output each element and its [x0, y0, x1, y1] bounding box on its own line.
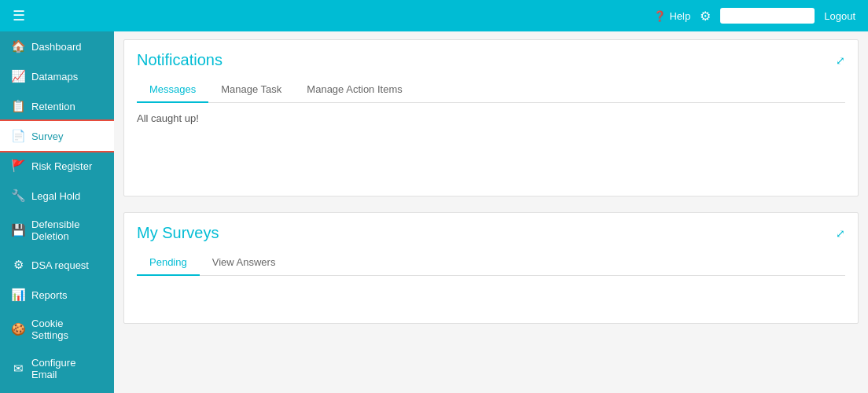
sidebar-item-dashboard[interactable]: 🏠 Dashboard [0, 31, 114, 61]
sidebar-item-dsa-request[interactable]: ⚙ DSA request [0, 250, 114, 280]
hamburger-icon[interactable]: ☰ [13, 7, 25, 24]
sidebar-item-cookie-settings[interactable]: 🍪 Cookie Settings [0, 310, 114, 349]
retention-icon: 📋 [11, 99, 25, 113]
main-layout: 🏠 Dashboard 📈 Datamaps 📋 Retention 📄 Sur… [0, 31, 868, 393]
help-button[interactable]: ❓ Help [653, 10, 690, 22]
sidebar-item-reports[interactable]: 📊 Reports [0, 280, 114, 310]
sidebar-label-cookie-settings: Cookie Settings [31, 318, 103, 341]
cookie-settings-icon: 🍪 [11, 322, 25, 336]
surveys-expand-icon[interactable]: ⤢ [836, 227, 845, 240]
sidebar-item-datamaps[interactable]: 📈 Datamaps [0, 61, 114, 91]
sidebar-label-survey: Survey [31, 130, 63, 142]
gear-icon[interactable]: ⚙ [700, 9, 711, 24]
sidebar-item-survey[interactable]: 📄 Survey [0, 121, 114, 151]
sidebar-label-reports: Reports [31, 289, 68, 301]
top-header: ☰ ❓ Help ⚙ Logout [0, 0, 868, 31]
tab-view-answers[interactable]: View Answers [200, 250, 289, 276]
sidebar-item-defensible-deletion[interactable]: 💾 Defensible Deletion [0, 211, 114, 250]
sidebar-item-upload[interactable]: ⬆ Upload [0, 388, 114, 393]
sidebar-label-retention: Retention [31, 101, 75, 112]
sidebar: 🏠 Dashboard 📈 Datamaps 📋 Retention 📄 Sur… [0, 31, 114, 393]
sidebar-item-legal-hold[interactable]: 🔧 Legal Hold [0, 181, 114, 211]
expand-icon[interactable]: ⤢ [836, 54, 845, 67]
home-icon: 🏠 [11, 39, 25, 53]
sidebar-label-dsa-request: DSA request [31, 259, 89, 271]
header-right: ❓ Help ⚙ Logout [653, 8, 855, 24]
sidebar-label-datamaps: Datamaps [31, 71, 78, 83]
notifications-panel-header: Notifications ⤢ [124, 40, 858, 69]
surveys-panel-header: My Surveys ⤢ [124, 213, 858, 242]
sidebar-item-retention[interactable]: 📋 Retention [0, 91, 114, 121]
notifications-body: All caught up! [124, 103, 858, 150]
sidebar-item-risk-register[interactable]: 🚩 Risk Register [0, 151, 114, 181]
surveys-title: My Surveys [137, 224, 219, 242]
surveys-panel: My Surveys ⤢ Pending View Answers [123, 212, 859, 324]
help-label: Help [669, 10, 690, 22]
logout-button[interactable]: Logout [824, 10, 855, 22]
notifications-title: Notifications [137, 51, 223, 69]
sidebar-label-risk-register: Risk Register [31, 160, 92, 172]
defensible-deletion-icon: 💾 [11, 223, 25, 237]
risk-register-icon: 🚩 [11, 159, 25, 173]
tab-manage-action-items[interactable]: Manage Action Items [294, 77, 414, 103]
sidebar-label-dashboard: Dashboard [31, 41, 82, 53]
survey-icon: 📄 [11, 129, 25, 143]
header-left: ☰ [13, 7, 25, 24]
sidebar-label-defensible-deletion: Defensible Deletion [31, 219, 103, 242]
dsa-request-icon: ⚙ [11, 258, 25, 272]
sidebar-item-configure-email[interactable]: ✉ Configure Email [0, 349, 114, 388]
datamaps-icon: 📈 [11, 69, 25, 83]
tab-messages[interactable]: Messages [137, 77, 208, 103]
all-caught-up-message: All caught up! [137, 112, 199, 124]
sidebar-label-legal-hold: Legal Hold [31, 190, 80, 202]
legal-hold-icon: 🔧 [11, 189, 25, 203]
tab-manage-task[interactable]: Manage Task [208, 77, 294, 103]
reports-icon: 📊 [11, 288, 25, 302]
tab-pending[interactable]: Pending [137, 250, 200, 276]
notifications-panel: Notifications ⤢ Messages Manage Task Man… [123, 39, 859, 196]
sidebar-label-configure-email: Configure Email [31, 357, 103, 380]
configure-email-icon: ✉ [11, 362, 25, 376]
surveys-body [124, 276, 858, 323]
help-circle-icon: ❓ [653, 10, 666, 22]
notifications-tabs: Messages Manage Task Manage Action Items [137, 77, 845, 103]
surveys-tabs: Pending View Answers [137, 250, 845, 276]
search-input[interactable] [720, 8, 815, 24]
content-area: Notifications ⤢ Messages Manage Task Man… [114, 31, 868, 393]
